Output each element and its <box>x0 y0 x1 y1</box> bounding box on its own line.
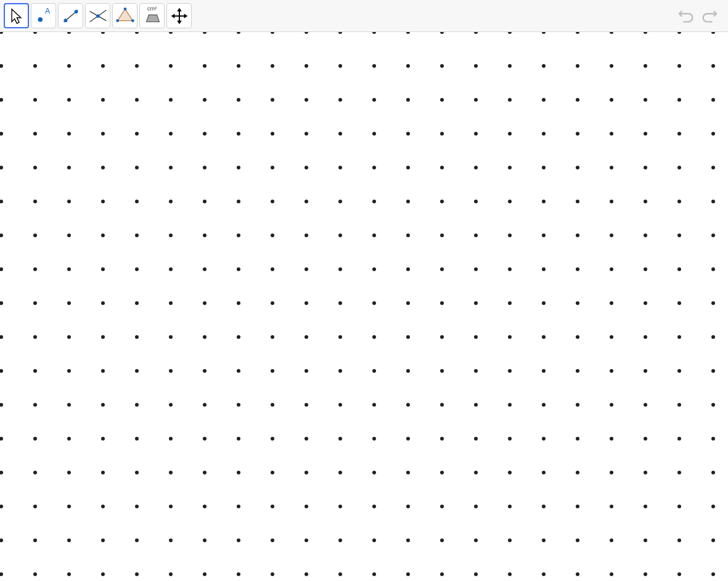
grid-dot <box>440 538 444 542</box>
grid-dot <box>338 267 342 271</box>
grid-dot <box>508 267 512 271</box>
grid-dot <box>508 538 512 542</box>
grid-dot <box>474 64 478 68</box>
grid-dot <box>508 166 512 169</box>
grid-dot <box>508 200 512 203</box>
grid-dot <box>440 471 444 474</box>
grid-dot <box>237 572 240 576</box>
grid-dot <box>677 132 681 136</box>
grid-dot <box>610 572 613 576</box>
grid-dot <box>338 437 342 441</box>
grid-dot <box>305 505 308 508</box>
grid-dot <box>0 234 3 237</box>
grid-dot <box>33 200 37 203</box>
grid-dot <box>542 200 546 203</box>
grid-dot <box>508 64 512 68</box>
grid-dot <box>203 267 207 271</box>
area-tool[interactable]: cm² <box>139 3 165 28</box>
grid-dot <box>67 538 71 542</box>
grid-dot <box>610 437 613 441</box>
grid-dot <box>644 369 647 373</box>
grid-dot <box>508 132 512 136</box>
grid-dot <box>372 234 376 237</box>
grid-dot <box>305 32 308 34</box>
grid-dot <box>271 538 274 542</box>
grid-dot <box>271 200 274 203</box>
grid-dot <box>101 403 105 407</box>
grid-dot <box>338 132 342 136</box>
grid-dot <box>271 234 274 237</box>
grid-dot <box>542 505 546 508</box>
canvas-area[interactable] <box>0 32 728 581</box>
grid-dot <box>372 471 376 474</box>
move-tool[interactable] <box>4 3 29 28</box>
grid-dot <box>271 403 274 407</box>
grid-dot <box>508 505 512 508</box>
grid-dot <box>508 471 512 474</box>
line-tool[interactable] <box>58 3 83 28</box>
grid-dot <box>338 200 342 203</box>
grid-dot <box>101 369 105 373</box>
grid-dot <box>610 301 613 305</box>
grid-dot <box>644 234 647 237</box>
grid-dot <box>644 98 647 102</box>
grid-dot <box>406 335 410 339</box>
grid-dot <box>406 32 410 34</box>
grid-dot <box>372 369 376 373</box>
redo-icon <box>700 9 718 23</box>
grid-dot <box>372 32 376 34</box>
grid-dot <box>33 301 37 305</box>
svg-text:A: A <box>44 7 50 15</box>
grid-dot <box>203 471 207 474</box>
svg-point-8 <box>123 7 126 10</box>
grid-dot <box>169 335 173 339</box>
grid-dot <box>305 403 308 407</box>
undo-button[interactable] <box>677 7 696 25</box>
grid-dot <box>169 572 173 576</box>
grid-dot <box>237 505 240 508</box>
grid-dot <box>203 572 207 576</box>
grid-dot <box>644 166 647 169</box>
grid-dot <box>203 64 207 68</box>
grid-dot <box>644 132 647 136</box>
grid-dot <box>711 335 715 339</box>
grid-dot <box>67 437 71 441</box>
grid-dot <box>101 32 105 34</box>
grid-dot <box>135 403 139 407</box>
grid-dot <box>610 32 613 34</box>
line-icon <box>59 4 83 28</box>
grid-dot <box>711 64 715 68</box>
grid-dot <box>474 234 478 237</box>
grid-dot <box>271 132 274 136</box>
intersect-tool[interactable] <box>85 3 110 28</box>
grid-dot <box>67 200 71 203</box>
grid-dot <box>67 301 71 305</box>
grid-dot <box>305 301 308 305</box>
grid-dot <box>542 572 546 576</box>
grid-dot <box>576 369 579 373</box>
grid-dot <box>271 166 274 169</box>
grid-dot <box>271 572 274 576</box>
grid-dot <box>711 267 715 271</box>
grid-dot <box>169 166 173 169</box>
grid-dot <box>440 505 444 508</box>
svg-point-3 <box>63 18 67 22</box>
polygon-tool[interactable] <box>112 3 137 28</box>
grid-dot <box>33 234 37 237</box>
undo-icon <box>678 9 695 23</box>
grid-dot <box>542 301 546 305</box>
grid-dot <box>508 98 512 102</box>
polygon-icon <box>113 4 137 28</box>
grid-dot <box>474 335 478 339</box>
grid-dot <box>372 98 376 102</box>
grid-dot <box>271 369 274 373</box>
drag-view-tool[interactable] <box>166 3 192 28</box>
grid-dot <box>644 200 647 203</box>
grid-dot <box>67 32 71 34</box>
grid-dot <box>406 369 410 373</box>
redo-button[interactable] <box>700 7 718 25</box>
svg-point-4 <box>74 10 78 14</box>
grid-dot <box>305 471 308 474</box>
grid-dot <box>474 132 478 136</box>
point-tool[interactable]: A <box>31 3 56 28</box>
